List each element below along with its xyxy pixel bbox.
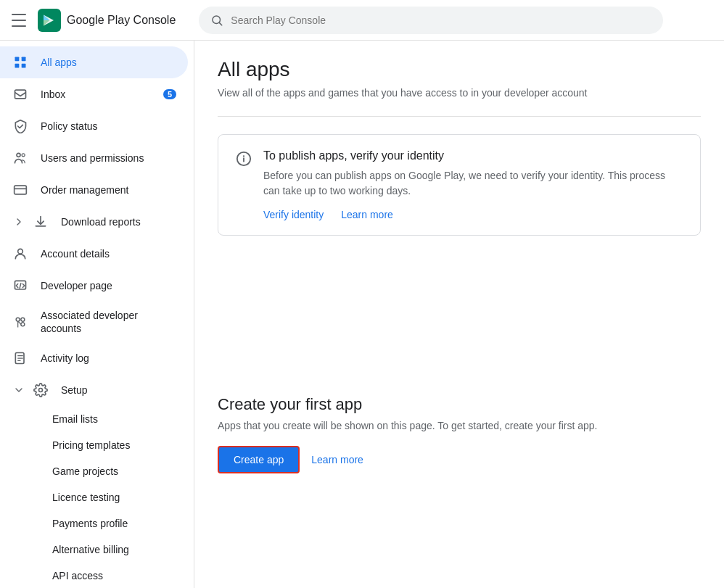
link-icon — [12, 313, 29, 331]
sidebar: All apps Inbox 5 Policy status — [0, 41, 194, 588]
sidebar-item-associated-developer[interactable]: Associated developer accounts — [0, 302, 188, 342]
svg-rect-6 — [22, 64, 26, 68]
grid-icon — [12, 54, 29, 71]
svg-rect-4 — [22, 57, 26, 62]
sidebar-item-download-reports[interactable]: Download reports — [0, 206, 188, 238]
sidebar-item-api-access[interactable]: API access — [41, 563, 188, 588]
create-section-title: Create your first app — [218, 395, 701, 414]
sidebar-item-policy-status[interactable]: Policy status — [0, 110, 188, 142]
svg-line-19 — [18, 321, 22, 324]
sidebar-item-account-details[interactable]: Account details — [0, 238, 188, 270]
developer-icon — [12, 277, 29, 294]
sidebar-item-label: Associated developer accounts — [41, 309, 176, 335]
svg-line-2 — [220, 22, 222, 25]
topbar: Google Play Console — [0, 0, 724, 41]
sidebar-item-label: Email lists — [52, 413, 98, 425]
play-console-logo-icon — [38, 9, 61, 32]
shield-icon — [12, 117, 29, 135]
svg-point-15 — [16, 318, 20, 321]
sidebar-item-label: Payments profile — [52, 518, 128, 529]
sidebar-item-payments-profile[interactable]: Payments profile — [41, 510, 188, 537]
sidebar-item-label: Account details — [41, 248, 110, 260]
identity-info-card: To publish apps, verify your identity Be… — [218, 134, 701, 236]
sidebar-item-licence-testing[interactable]: Licence testing — [41, 484, 188, 510]
chevron-down-icon — [12, 383, 26, 397]
info-card-links: Verify identity Learn more — [263, 209, 683, 220]
info-icon — [236, 151, 252, 167]
main-layout: All apps Inbox 5 Policy status — [0, 41, 724, 588]
svg-rect-10 — [15, 186, 27, 194]
sidebar-item-label: Game projects — [52, 465, 118, 477]
svg-point-24 — [39, 389, 43, 392]
info-card-title: To publish apps, verify your identity — [263, 149, 683, 162]
svg-point-16 — [21, 323, 25, 326]
sidebar-item-alternative-billing[interactable]: Alternative billing — [41, 537, 188, 563]
gear-icon — [32, 381, 49, 399]
sidebar-item-label: Order management — [41, 184, 128, 196]
people-icon — [12, 149, 29, 167]
sidebar-item-label: Alternative billing — [52, 544, 129, 555]
svg-point-17 — [21, 318, 25, 321]
sidebar-item-pricing-templates[interactable]: Pricing templates — [41, 432, 188, 458]
sidebar-item-label: Users and permissions — [41, 152, 144, 164]
info-card-content: To publish apps, verify your identity Be… — [263, 149, 683, 220]
svg-rect-5 — [15, 64, 20, 68]
info-card-learn-more-link[interactable]: Learn more — [341, 209, 393, 220]
sidebar-item-label: Activity log — [41, 352, 89, 364]
sidebar-item-order-management[interactable]: Order management — [0, 174, 188, 206]
info-card-description: Before you can publish apps on Google Pl… — [263, 168, 683, 199]
logo-text: Google Play Console — [67, 14, 176, 27]
verify-identity-link[interactable]: Verify identity — [263, 209, 324, 220]
sidebar-item-game-projects[interactable]: Game projects — [41, 458, 188, 484]
content-divider — [218, 116, 701, 117]
sidebar-item-label: Download reports — [61, 216, 141, 228]
sidebar-item-users-permissions[interactable]: Users and permissions — [0, 142, 188, 174]
svg-point-12 — [18, 249, 23, 254]
page-title: All apps — [218, 58, 701, 81]
search-input[interactable] — [231, 15, 651, 26]
sidebar-item-label: Policy status — [41, 120, 98, 132]
sidebar-item-setup[interactable]: Setup — [0, 374, 188, 406]
sidebar-item-label: Inbox — [41, 88, 65, 100]
account-icon — [12, 245, 29, 262]
chevron-right-icon — [12, 215, 26, 229]
svg-rect-3 — [15, 57, 20, 62]
sidebar-item-developer-page[interactable]: Developer page — [0, 270, 188, 302]
inbox-icon — [12, 86, 29, 103]
create-app-section: Create your first app Apps that you crea… — [218, 395, 701, 473]
logo-area: Google Play Console — [38, 9, 176, 32]
sidebar-item-label: Developer page — [41, 280, 112, 291]
create-app-button[interactable]: Create app — [218, 446, 300, 473]
create-section-learn-more-link[interactable]: Learn more — [311, 454, 363, 465]
sidebar-item-label: Licence testing — [52, 492, 120, 503]
svg-line-14 — [20, 283, 21, 289]
download-icon — [32, 213, 49, 231]
card-icon — [12, 181, 29, 199]
sidebar-item-label: Setup — [61, 384, 88, 396]
menu-button[interactable] — [12, 12, 29, 29]
main-content: All apps View all of the apps and games … — [194, 41, 724, 588]
svg-point-8 — [17, 153, 20, 157]
activity-icon — [12, 349, 29, 367]
svg-point-9 — [22, 154, 25, 157]
sidebar-item-email-lists[interactable]: Email lists — [41, 406, 188, 432]
inbox-badge: 5 — [163, 89, 176, 99]
sidebar-item-inbox[interactable]: Inbox 5 — [0, 78, 188, 110]
sidebar-item-label: Pricing templates — [52, 439, 130, 451]
page-subtitle: View all of the apps and games that you … — [218, 87, 701, 99]
sidebar-item-label: API access — [52, 570, 103, 581]
setup-sub-menu: Email lists Pricing templates Game proje… — [0, 406, 194, 588]
sidebar-item-all-apps[interactable]: All apps — [0, 46, 188, 78]
create-app-buttons: Create app Learn more — [218, 446, 701, 473]
sidebar-item-label: All apps — [41, 57, 77, 68]
create-section-description: Apps that you create will be shown on th… — [218, 420, 701, 431]
search-bar[interactable] — [199, 7, 663, 34]
sidebar-item-activity-log[interactable]: Activity log — [0, 342, 188, 374]
search-icon — [210, 14, 223, 27]
